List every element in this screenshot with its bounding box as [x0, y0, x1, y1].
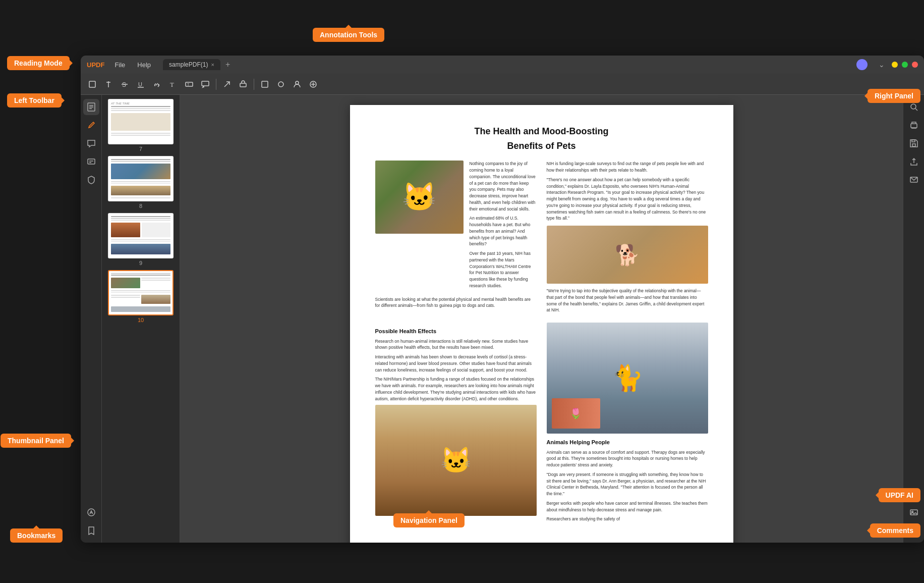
svg-rect-11 — [262, 81, 268, 87]
reading-mode-label: Reading Mode — [7, 56, 70, 70]
svg-rect-8 — [202, 81, 209, 86]
toolbar-typetext-icon[interactable]: T — [166, 78, 180, 90]
toolbar-strikethrough-icon[interactable]: S — [118, 78, 131, 90]
toolbar-pencil-icon[interactable] — [274, 78, 287, 90]
main-area: AT THE TIME 7 — [81, 95, 924, 543]
toolbar-stamp-icon[interactable] — [237, 78, 250, 90]
toolbar-person-icon[interactable] — [291, 78, 304, 90]
svg-point-22 — [88, 509, 95, 516]
svg-rect-19 — [88, 159, 95, 164]
thumb-num-9: 9 — [108, 260, 174, 266]
sidebar-bookmark-icon[interactable] — [83, 522, 99, 539]
toolbar-link-icon[interactable] — [150, 78, 163, 90]
pdf-title-line2: Benefits of Pets — [375, 140, 708, 152]
toolbar-arrow-icon[interactable] — [220, 78, 234, 90]
menu-help[interactable]: Help — [133, 60, 155, 70]
svg-rect-0 — [89, 81, 95, 87]
toolbar-underline-icon[interactable]: U — [134, 78, 147, 90]
right-share-icon[interactable] — [906, 153, 922, 170]
pdf-quote1: "There's no one answer about how a pet c… — [547, 177, 708, 222]
cats-group-image: 🐱 — [375, 405, 537, 516]
thumbnail-panel-label: Thumbnail Panel — [1, 434, 71, 448]
sidebar-edit-icon[interactable] — [83, 117, 99, 133]
pdf-top-columns: 🐱 Nothing compares to the joy of coming … — [375, 161, 708, 316]
tab-label: samplePDF(1) — [169, 61, 208, 68]
svg-text:T: T — [187, 83, 190, 86]
pdf-nih-text: NIH is funding large-scale surveys to fi… — [547, 161, 708, 174]
dogs-image: 🐕 — [547, 226, 708, 284]
thumb-num-8: 8 — [108, 203, 174, 209]
menu-file[interactable]: File — [110, 60, 129, 70]
user-avatar[interactable] — [856, 59, 868, 70]
bookmarks-label: Bookmarks — [10, 528, 63, 543]
pdf-animals-section: 🐈 🌷 Animals Helping People Animals can s… — [547, 323, 708, 525]
svg-rect-10 — [240, 83, 246, 87]
sidebar-form-icon[interactable] — [83, 153, 99, 170]
pdf-bottom-columns: Possible Health Effects Research on huma… — [375, 323, 708, 525]
toolbar-textbox-icon[interactable]: T — [183, 78, 196, 90]
toolbar-separator-1 — [216, 79, 216, 90]
app-logo: UPDF — [87, 61, 104, 69]
pdf-animals-title: Animals Helping People — [547, 439, 708, 446]
toolbar-more-icon[interactable] — [307, 78, 320, 90]
toolbar-separator-2 — [254, 79, 254, 90]
svg-point-13 — [296, 81, 299, 84]
updf-ai-label: UPDF AI — [879, 488, 920, 502]
sidebar-comment-icon[interactable] — [83, 135, 99, 151]
svg-rect-26 — [912, 144, 915, 146]
active-tab[interactable]: samplePDF(1) × — [163, 59, 220, 70]
svg-point-23 — [911, 104, 916, 109]
pdf-animals-text1: Animals can serve as a source of comfort… — [547, 449, 708, 468]
right-sidebar — [903, 95, 924, 543]
comments-label: Comments — [870, 523, 920, 538]
pdf-animals-text2: "Dogs are very present. If someone is st… — [547, 471, 708, 497]
toolbar-shape-icon[interactable] — [258, 78, 271, 90]
thumbnail-page-10[interactable]: 10 — [108, 270, 174, 323]
navigation-panel-label: Navigation Panel — [393, 513, 465, 527]
tab-area: samplePDF(1) × + — [163, 59, 852, 70]
window-collapse-btn[interactable]: ⌄ — [876, 60, 888, 70]
right-image-icon[interactable] — [906, 504, 922, 520]
toolbar-text-icon[interactable] — [102, 78, 115, 90]
pdf-title-line1: The Health and Mood-Boosting — [375, 125, 708, 138]
pdf-health-section: Possible Health Effects Research on huma… — [375, 323, 537, 525]
pdf-left-column: 🐱 Nothing compares to the joy of coming … — [375, 161, 537, 316]
annotation-tools-label: Annotation Tools — [313, 28, 384, 42]
svg-text:S: S — [122, 81, 126, 88]
svg-text:U: U — [138, 81, 142, 87]
annotation-toolbar: S U T T — [81, 74, 924, 95]
tab-close-btn[interactable]: × — [211, 62, 214, 68]
svg-point-12 — [278, 82, 283, 87]
right-save-icon[interactable] — [906, 135, 922, 151]
thumbnail-page-8[interactable]: 8 — [108, 156, 174, 209]
svg-rect-27 — [912, 140, 915, 142]
new-tab-btn[interactable]: + — [222, 60, 233, 69]
toolbar-highlight-icon[interactable] — [86, 78, 99, 90]
pdf-quote2: "We're trying to tap into the subjective… — [547, 288, 708, 313]
right-mail-icon[interactable] — [906, 172, 922, 188]
sidebar-page-icon[interactable] — [83, 99, 99, 115]
pdf-scientists-text: Scientists are looking at what the poten… — [375, 296, 537, 309]
right-print-icon[interactable] — [906, 117, 922, 133]
pdf-health-title: Possible Health Effects — [375, 328, 537, 335]
title-bar: UPDF File Help samplePDF(1) × + ⌄ — [81, 56, 924, 74]
left-toolbar-label: Left Toolbar — [7, 93, 62, 108]
svg-text:T: T — [170, 81, 174, 88]
pdf-animals-text4: Researchers are studying the safety of — [547, 516, 708, 522]
sidebar-ai-icon[interactable] — [83, 504, 99, 520]
app-window: UPDF File Help samplePDF(1) × + ⌄ S U — [81, 56, 924, 543]
pdf-intro-text: Nothing compares to the joy of coming ho… — [470, 161, 537, 292]
thumbnail-page-7[interactable]: AT THE TIME 7 — [108, 99, 174, 152]
window-maximize-btn[interactable] — [902, 62, 908, 68]
window-minimize-btn[interactable] — [892, 62, 898, 68]
svg-rect-25 — [911, 124, 917, 128]
pdf-animals-text3: Berger works with people who have cancer… — [547, 500, 708, 513]
window-close-btn[interactable] — [912, 62, 918, 68]
pdf-health-text3: The NIH/Mars Partnership is funding a ra… — [375, 376, 537, 402]
cat-image: 🐱 — [375, 161, 464, 234]
thumbnail-page-9[interactable]: 9 — [108, 213, 174, 266]
thumb-num-7: 7 — [108, 146, 174, 152]
sidebar-protect-icon[interactable] — [83, 172, 99, 188]
pdf-content-area[interactable]: The Health and Mood-Boosting Benefits of… — [180, 95, 903, 543]
toolbar-callout-icon[interactable] — [199, 78, 212, 90]
